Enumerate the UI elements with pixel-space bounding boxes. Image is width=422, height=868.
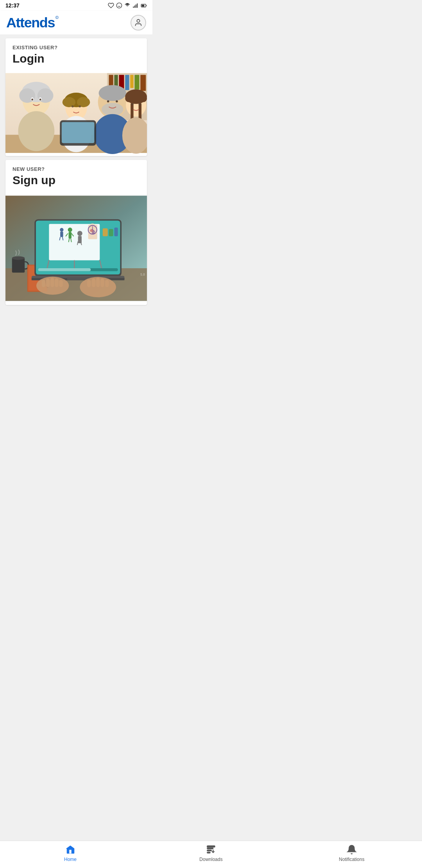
status-time: 12:37 (5, 2, 20, 9)
signup-title: Sign up (13, 174, 140, 187)
svg-point-50 (139, 95, 147, 102)
svg-rect-109 (100, 278, 104, 287)
svg-point-59 (12, 256, 25, 260)
svg-rect-101 (42, 280, 45, 287)
smiley-icon (116, 2, 122, 9)
svg-rect-105 (59, 280, 63, 287)
svg-point-67 (68, 228, 72, 232)
attends-logo: Attends ® (6, 14, 60, 31)
svg-rect-19 (130, 75, 133, 88)
svg-point-34 (63, 97, 75, 107)
login-title: Login (13, 52, 140, 65)
svg-rect-102 (46, 278, 50, 287)
svg-rect-21 (140, 75, 146, 91)
svg-rect-92 (109, 229, 113, 237)
svg-rect-20 (134, 75, 139, 90)
signup-card-text: NEW USER? Sign up (5, 160, 147, 192)
svg-point-30 (39, 99, 41, 100)
login-card-text: EXISTING USER? Login (5, 38, 147, 70)
family-illustration (5, 70, 147, 156)
laptop-illustration: 5.8 (5, 192, 147, 305)
svg-rect-108 (96, 278, 100, 287)
user-icon (134, 18, 143, 27)
svg-point-41 (102, 103, 123, 116)
svg-rect-68 (69, 232, 72, 239)
attends-logo-svg: Attends ® (6, 15, 60, 30)
profile-button[interactable] (131, 15, 146, 30)
top-nav: Attends ® (0, 11, 152, 34)
svg-rect-55 (62, 122, 95, 143)
svg-rect-58 (12, 258, 25, 273)
svg-rect-18 (125, 75, 129, 90)
signup-card[interactable]: NEW USER? Sign up (5, 160, 147, 305)
svg-point-40 (99, 85, 127, 101)
svg-point-49 (125, 95, 132, 102)
svg-point-43 (116, 100, 118, 103)
svg-rect-93 (114, 228, 118, 236)
svg-rect-110 (105, 280, 109, 287)
svg-rect-104 (55, 278, 58, 287)
svg-point-12 (137, 20, 139, 22)
svg-rect-4 (134, 5, 135, 8)
status-icons (108, 2, 147, 9)
signal-icon (132, 2, 139, 9)
svg-text:5.8: 5.8 (140, 273, 145, 276)
health-icon (108, 2, 114, 9)
svg-rect-91 (103, 228, 108, 236)
svg-text:®: ® (56, 16, 58, 19)
svg-point-77 (77, 231, 82, 236)
svg-rect-5 (136, 4, 136, 8)
svg-text:Attends: Attends (6, 15, 55, 30)
svg-rect-107 (92, 278, 95, 287)
svg-point-52 (139, 103, 141, 106)
login-subtitle: EXISTING USER? (13, 45, 140, 50)
login-image (5, 70, 147, 156)
login-card[interactable]: EXISTING USER? Login (5, 38, 147, 156)
wifi-icon (124, 2, 131, 9)
svg-rect-3 (133, 7, 134, 8)
svg-rect-103 (50, 278, 54, 287)
signup-image: 5.8 (5, 192, 147, 305)
svg-point-29 (31, 99, 33, 100)
status-bar: 12:37 (0, 0, 152, 11)
main-content: EXISTING USER? Login (0, 34, 152, 309)
svg-point-0 (116, 3, 122, 8)
svg-point-35 (77, 97, 90, 107)
svg-rect-106 (87, 280, 91, 287)
svg-rect-95 (38, 268, 91, 271)
svg-point-42 (107, 100, 109, 103)
svg-rect-6 (137, 4, 138, 8)
svg-point-31 (18, 111, 54, 151)
svg-point-73 (60, 228, 63, 231)
svg-point-36 (72, 106, 74, 108)
svg-rect-74 (60, 231, 63, 237)
signup-subtitle: NEW USER? (13, 166, 140, 172)
svg-point-51 (131, 103, 134, 106)
battery-icon (141, 2, 147, 9)
svg-point-37 (79, 106, 81, 108)
svg-rect-8 (142, 5, 145, 7)
